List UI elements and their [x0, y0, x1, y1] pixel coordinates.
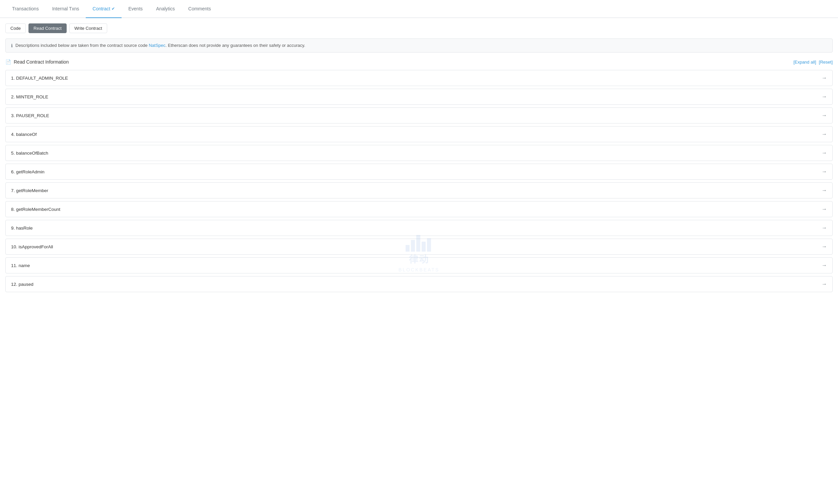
contract-item-label: 11. name — [11, 263, 30, 268]
chevron-right-icon: → — [822, 244, 827, 250]
tab-internal-txns[interactable]: Internal Txns — [46, 0, 86, 18]
verified-icon: ✔ — [111, 6, 115, 11]
contract-item[interactable]: 4. balanceOf→ — [5, 126, 833, 142]
code-button[interactable]: Code — [5, 23, 26, 33]
tabs-bar: TransactionsInternal TxnsContract✔Events… — [0, 0, 838, 18]
contract-item-label: 5. balanceOfBatch — [11, 150, 48, 156]
tab-comments[interactable]: Comments — [181, 0, 218, 18]
chevron-right-icon: → — [822, 112, 827, 119]
tab-contract[interactable]: Contract✔ — [86, 0, 122, 18]
chevron-right-icon: → — [822, 187, 827, 194]
contract-item-label: 4. balanceOf — [11, 132, 37, 137]
chevron-right-icon: → — [822, 225, 827, 231]
section-title-text: Read Contract Information — [14, 59, 69, 65]
section-title: 📄 Read Contract Information — [5, 59, 69, 65]
section-actions: [Expand all] [Reset] — [793, 59, 833, 65]
chevron-right-icon: → — [822, 131, 827, 137]
contract-item[interactable]: 12. paused→ — [5, 276, 833, 292]
info-icon: ℹ — [11, 43, 13, 48]
info-text-after: . Etherscan does not provide any guarant… — [165, 43, 305, 48]
document-icon: 📄 — [5, 59, 11, 65]
tab-analytics[interactable]: Analytics — [150, 0, 181, 18]
contract-item[interactable]: 11. name→ — [5, 257, 833, 273]
chevron-right-icon: → — [822, 263, 827, 268]
tab-transactions[interactable]: Transactions — [5, 0, 46, 18]
natspec-link[interactable]: NatSpec — [149, 43, 165, 48]
chevron-right-icon: → — [822, 281, 827, 287]
info-banner: ℹ Descriptions included below are taken … — [5, 38, 833, 53]
content-area: CodeRead ContractWrite Contract ℹ Descri… — [0, 18, 838, 300]
contract-item-label: 12. paused — [11, 282, 34, 287]
contract-item[interactable]: 7. getRoleMember→ — [5, 182, 833, 198]
contract-item[interactable]: 5. balanceOfBatch→ — [5, 145, 833, 161]
contract-item[interactable]: 6. getRoleAdmin→ — [5, 164, 833, 180]
chevron-right-icon: → — [822, 75, 827, 81]
contract-items-list: 1. DEFAULT_ADMIN_ROLE→2. MINTER_ROLE→3. … — [5, 70, 833, 292]
contract-item-label: 8. getRoleMemberCount — [11, 207, 60, 212]
chevron-right-icon: → — [822, 150, 827, 156]
read-contract-button[interactable]: Read Contract — [29, 23, 67, 33]
contract-item-label: 2. MINTER_ROLE — [11, 94, 48, 100]
contract-item[interactable]: 2. MINTER_ROLE→ — [5, 89, 833, 105]
contract-item-label: 10. isApprovedForAll — [11, 244, 53, 249]
chevron-right-icon: → — [822, 169, 827, 175]
reset-link[interactable]: [Reset] — [819, 59, 833, 65]
contract-item-label: 3. PAUSER_ROLE — [11, 113, 49, 118]
chevron-right-icon: → — [822, 206, 827, 212]
contract-item[interactable]: 9. hasRole→ — [5, 220, 833, 236]
contract-item[interactable]: 1. DEFAULT_ADMIN_ROLE→ — [5, 70, 833, 86]
contract-item[interactable]: 10. isApprovedForAll→ — [5, 239, 833, 255]
contract-item-label: 7. getRoleMember — [11, 188, 48, 193]
expand-all-link[interactable]: [Expand all] — [793, 59, 816, 65]
contract-item[interactable]: 3. PAUSER_ROLE→ — [5, 107, 833, 124]
contract-item-label: 9. hasRole — [11, 226, 33, 231]
info-text: Descriptions included below are taken fr… — [15, 43, 305, 48]
section-header: 📄 Read Contract Information [Expand all]… — [5, 58, 833, 66]
contract-item-label: 1. DEFAULT_ADMIN_ROLE — [11, 76, 68, 80]
contract-item-label: 6. getRoleAdmin — [11, 169, 45, 174]
button-group: CodeRead ContractWrite Contract — [5, 23, 833, 33]
info-text-before: Descriptions included below are taken fr… — [15, 43, 149, 48]
chevron-right-icon: → — [822, 94, 827, 100]
write-contract-button[interactable]: Write Contract — [69, 23, 107, 33]
contract-item[interactable]: 8. getRoleMemberCount→ — [5, 201, 833, 217]
tab-events[interactable]: Events — [122, 0, 150, 18]
